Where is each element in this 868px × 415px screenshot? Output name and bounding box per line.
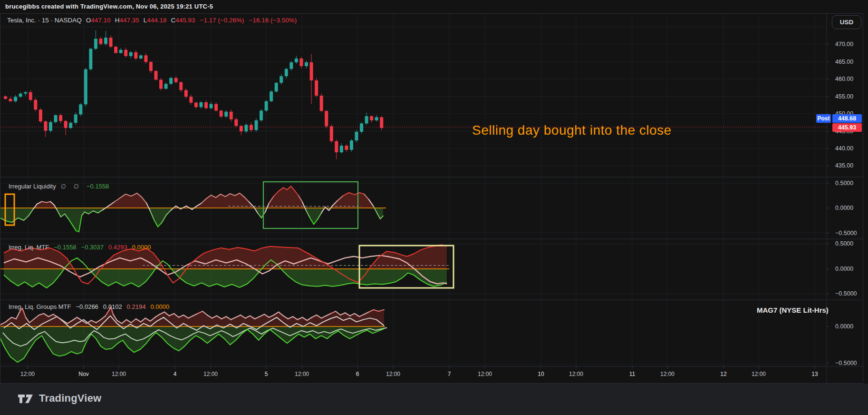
- price-axis-label: 435.00: [835, 162, 853, 169]
- indicator-value: 0.2194: [127, 303, 146, 310]
- time-axis-label: 10: [538, 371, 544, 377]
- oscillator-axis-label: −0.5000: [835, 360, 857, 366]
- pane-title-irreg-liq-mtf[interactable]: Irreg. Liq. MTF−0.1558−0.30370.42930.000…: [9, 244, 151, 251]
- indicator-value: −0.1558: [87, 183, 109, 190]
- time-axis-label: 12:00: [478, 371, 492, 377]
- footer-bar: TradingView: [0, 384, 868, 415]
- time-axis-label: 12:00: [660, 371, 675, 377]
- indicator-value: −0.3037: [81, 244, 104, 251]
- ohlc-field: L444.18: [144, 17, 167, 24]
- ohlc-field: O447.10: [86, 17, 111, 24]
- pane-title-irregular-liquidity[interactable]: Irregular Liquidity∅ ∅−0.1558: [9, 183, 109, 190]
- post-market-flag: Post: [816, 114, 831, 123]
- pane-title-irreg-liq-groups-mtf[interactable]: Irreg. Liq. Groups MTF−0.02660.01020.219…: [9, 303, 169, 310]
- candlestick-series: [4, 30, 383, 159]
- indicator-value: −0.0266: [76, 303, 98, 310]
- tradingview-logo-text: TradingView: [39, 392, 101, 405]
- oscillator-axis-label: 0.0000: [835, 266, 853, 272]
- oscillator-axis-label: 0.5000: [835, 180, 853, 187]
- time-axis-label: 12:00: [295, 371, 309, 377]
- symbol-title: Tesla, Inc. · 15 · NASDAQ: [7, 17, 82, 24]
- time-axis-label: 12:00: [20, 371, 35, 377]
- last-price-badge: 445.93: [832, 123, 862, 132]
- oscillator-axis-label: 0.0000: [835, 323, 853, 330]
- tradingview-published-chart: brucegibbs created with TradingView.com,…: [0, 0, 868, 415]
- time-axis-label: 11: [629, 371, 635, 377]
- ohlc-field: C445.93: [171, 17, 195, 24]
- indicator-value: 0.4293: [108, 244, 127, 251]
- price-axis-label: 460.00: [835, 76, 853, 82]
- post-market-price-badge: 448.68: [832, 114, 862, 123]
- time-axis-label: 7: [448, 371, 451, 377]
- time-axis-label: 12:00: [752, 371, 766, 377]
- oscillator-axis-label: 0.5000: [835, 240, 853, 247]
- change-points: −16.16 (−3.50%): [249, 17, 297, 24]
- time-axis-label: 12:00: [386, 371, 400, 377]
- indicator-value: 0.0000: [132, 244, 151, 251]
- tradingview-logo-link[interactable]: TradingView: [17, 392, 101, 405]
- attribution-bar: brucegibbs created with TradingView.com,…: [5, 3, 213, 10]
- gridlines: [0, 13, 827, 366]
- time-axis-label: 4: [174, 371, 177, 377]
- chart-canvas[interactable]: [0, 0, 868, 415]
- oscillator-axis-label: −0.5000: [835, 290, 857, 297]
- pane-irregular-liquidity: [0, 186, 386, 232]
- time-axis-label: 12:00: [569, 371, 583, 377]
- annotation-text[interactable]: Selling day bought into the close: [472, 123, 672, 138]
- time-axis-label: 13: [811, 371, 818, 377]
- currency-usd-button[interactable]: USD: [832, 15, 861, 29]
- time-axis-label: 6: [356, 371, 359, 377]
- symbol-info-bar[interactable]: Tesla, Inc. · 15 · NASDAQO447.10H447.35L…: [7, 17, 297, 24]
- price-axis-label: 440.00: [835, 145, 853, 152]
- pane-irreg-liq-groups-mtf: [0, 306, 387, 362]
- pane-irreg-liq-mtf: [0, 245, 449, 288]
- indicator-value: 0.0000: [150, 303, 169, 310]
- tradingview-logo-icon: [17, 392, 34, 405]
- oscillator-axis-label: 0.0000: [835, 205, 853, 211]
- mag7-pane-label: MAG7 (NYSE Lit-Hrs): [757, 306, 829, 314]
- time-axis-label: Nov: [78, 371, 88, 377]
- indicator-value: −0.1558: [54, 244, 76, 251]
- change-percent: −1.17 (−0.26%): [200, 17, 244, 24]
- indicator-value: 0.0102: [103, 303, 122, 310]
- price-axis-label: 465.00: [835, 59, 853, 65]
- oscillator-axis-label: −0.5000: [835, 230, 857, 237]
- time-axis-label: 12:00: [112, 371, 126, 377]
- price-axis-label: 470.00: [835, 41, 853, 48]
- price-axis-label: 455.00: [835, 93, 853, 100]
- indicator-glyphs: ∅ ∅: [61, 183, 82, 190]
- ohlc-field: H447.35: [115, 17, 139, 24]
- time-axis-label: 12: [720, 371, 726, 377]
- time-axis-label: 12:00: [203, 371, 218, 377]
- ohlc-values: O447.10H447.35L444.18C445.93: [82, 17, 195, 24]
- time-axis-label: 5: [265, 371, 268, 377]
